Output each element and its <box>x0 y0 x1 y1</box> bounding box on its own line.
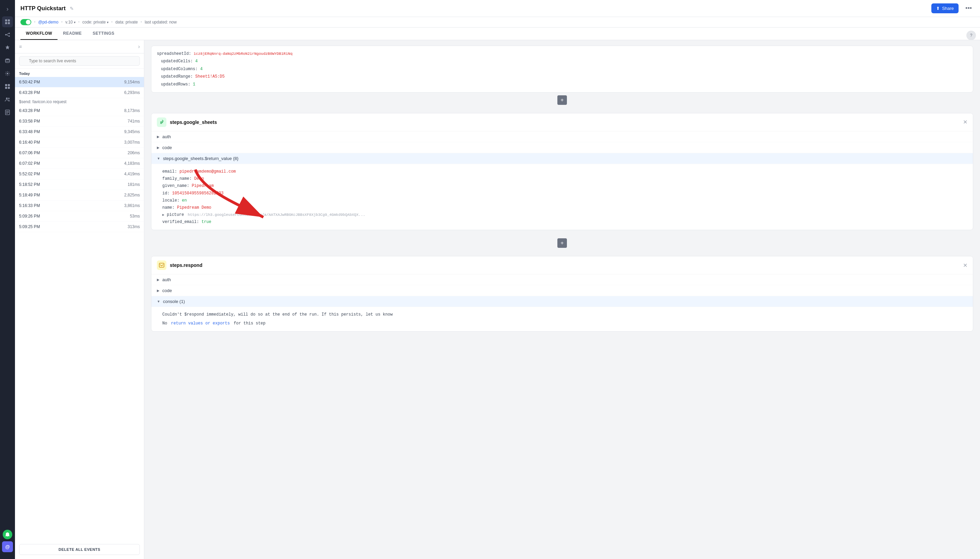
events-list: Today 6:50:42 PM 9,154ms 6:43:28 PM 6,29… <box>15 69 144 540</box>
sidebar-pin-icon[interactable] <box>2 42 13 53</box>
sidebar-settings-icon[interactable] <box>2 68 13 79</box>
close-respond-button[interactable]: ✕ <box>963 262 967 269</box>
page-title: HTTP Quickstart <box>20 5 66 12</box>
step-respond-card: steps.respond ✕ ▶ auth ▶ code ▼ console … <box>151 256 973 331</box>
tab-bar: WORKFLOW README SETTINGS <box>15 28 980 40</box>
picture-expand-icon: ▶ <box>157 213 164 217</box>
auth-row[interactable]: ▶ auth <box>152 131 973 142</box>
last-updated-label: last updated: now <box>145 20 177 25</box>
event-item[interactable]: 6:43:28 PM 6,293ms <box>15 88 144 98</box>
svg-rect-11 <box>5 84 7 86</box>
tab-workflow[interactable]: WORKFLOW <box>20 28 58 40</box>
event-item[interactable]: 6:07:02 PM 4,183ms <box>15 158 144 169</box>
respond-code-row[interactable]: ▶ code <box>152 285 973 296</box>
tab-readme[interactable]: README <box>58 28 87 40</box>
sidebar-expand-icon[interactable]: › <box>2 3 13 14</box>
notifications-icon[interactable] <box>3 530 12 539</box>
svg-rect-24 <box>160 123 162 124</box>
collapse-panel-button[interactable]: › <box>138 44 140 50</box>
sidebar-workflow-icon[interactable] <box>2 17 13 27</box>
event-item[interactable]: 6:33:58 PM 741ms <box>15 116 144 127</box>
svg-point-4 <box>5 34 7 35</box>
sidebar-database-icon[interactable] <box>2 55 13 66</box>
email-account-icon[interactable]: @ <box>2 541 13 552</box>
icon-sidebar: › <box>0 0 15 559</box>
workflow-toggle[interactable] <box>20 19 31 25</box>
add-step-connector-2: + <box>144 236 980 251</box>
step-respond-title: steps.respond <box>170 263 203 268</box>
svg-rect-2 <box>5 22 7 24</box>
top-bar: HTTP Quickstart ✎ ⬆ Share ••• <box>15 0 980 17</box>
return-values-link[interactable]: return values or exports <box>171 321 230 326</box>
delete-all-events-button[interactable]: DELETE ALL EVENTS <box>19 544 140 555</box>
status-bar: • @pd-demo • v.10 ▾ • code: private ▾ • … <box>15 17 980 28</box>
google-sheets-icon <box>157 117 167 127</box>
google-sheets-content: ▶ auth ▶ code ▼ steps.google_sheets.$ret… <box>152 131 973 230</box>
auth-chevron-icon: ▶ <box>157 135 160 139</box>
event-item[interactable]: 5:18:52 PM 181ms <box>15 179 144 190</box>
svg-rect-1 <box>8 20 10 22</box>
svg-line-8 <box>7 35 8 36</box>
tab-settings[interactable]: SETTINGS <box>87 28 120 40</box>
data-privacy-label: data: private <box>115 20 138 25</box>
respond-auth-chevron-icon: ▶ <box>157 278 160 281</box>
left-panel-header: ≡ › <box>15 40 144 53</box>
step-google-sheets-title: steps.google_sheets <box>170 119 217 125</box>
return-value-chevron-icon: ▼ <box>157 157 160 160</box>
event-item[interactable]: 5:09:26 PM 53ms <box>15 211 144 222</box>
svg-rect-12 <box>8 84 10 86</box>
add-step-button-1[interactable]: + <box>558 95 567 105</box>
search-input[interactable] <box>19 56 140 66</box>
more-options-button[interactable]: ••• <box>963 3 975 13</box>
svg-point-5 <box>8 33 10 34</box>
svg-rect-22 <box>160 122 163 122</box>
return-value-row[interactable]: ▼ steps.google_sheets.$return_value {8} <box>152 153 973 164</box>
share-button[interactable]: ⬆ Share <box>931 3 959 13</box>
event-item[interactable]: 6:43:28 PM 8,173ms <box>15 106 144 116</box>
event-item[interactable]: 6:16:40 PM 3,007ms <box>15 137 144 148</box>
add-step-button-2[interactable]: + <box>558 238 567 248</box>
event-item[interactable]: 6:50:42 PM 9,154ms <box>15 77 144 88</box>
respond-console-row[interactable]: ▼ console (1) <box>152 296 973 307</box>
event-item[interactable]: 5:09:25 PM 313ms <box>15 222 144 232</box>
event-item[interactable]: 5:18:49 PM 2,825ms <box>15 190 144 200</box>
edit-title-icon[interactable]: ✎ <box>70 6 74 11</box>
svg-line-7 <box>7 33 8 35</box>
respond-auth-row[interactable]: ▶ auth <box>152 275 973 285</box>
sidebar-apps-icon[interactable] <box>2 81 13 92</box>
respond-icon <box>157 260 167 270</box>
svg-rect-23 <box>160 122 163 123</box>
return-value-content: email: pipedreamdemo@gmail.com family_na… <box>152 164 973 230</box>
svg-rect-0 <box>5 20 7 22</box>
respond-code-chevron-icon: ▶ <box>157 289 160 293</box>
sidebar-docs-icon[interactable] <box>2 107 13 118</box>
svg-rect-13 <box>5 87 7 89</box>
respond-console-content: Couldn't $respond immediately, will do s… <box>152 307 973 331</box>
code-row[interactable]: ▶ code <box>152 142 973 153</box>
svg-point-10 <box>7 73 8 74</box>
top-code-block: spreadsheetId: 1cz8jERqNnrq-daNq2zMbRoN2… <box>151 46 973 93</box>
svg-rect-25 <box>159 263 164 267</box>
sidebar-routing-icon[interactable] <box>2 29 13 40</box>
event-item[interactable]: 6:33:48 PM 9,345ms <box>15 127 144 137</box>
hamburger-icon: ≡ <box>19 44 22 50</box>
left-panel: ≡ › 🔍 Today 6:50:42 PM 9,154ms 6: <box>15 40 144 559</box>
code-chevron-icon: ▶ <box>157 146 160 149</box>
share-icon: ⬆ <box>936 6 940 11</box>
step-google-sheets-card: steps.google_sheets ✕ ▶ auth ▶ code <box>151 113 973 230</box>
svg-point-6 <box>8 35 10 37</box>
close-google-sheets-button[interactable]: ✕ <box>963 119 967 125</box>
code-privacy-dropdown[interactable]: code: private ▾ <box>82 20 109 25</box>
right-panel: ? spreadsheetId: 1cz8jERqNnrq-daNq2zMbRo… <box>144 40 980 559</box>
event-item[interactable]: 5:52:02 PM 4,419ms <box>15 169 144 179</box>
svg-rect-3 <box>8 22 10 24</box>
event-item[interactable]: 5:16:33 PM 3,861ms <box>15 200 144 211</box>
sidebar-users-icon[interactable] <box>2 94 13 105</box>
section-today-label: Today <box>15 69 144 77</box>
svg-point-16 <box>8 98 10 99</box>
svg-point-15 <box>6 98 8 99</box>
event-item[interactable]: 6:07:06 PM 206ms <box>15 148 144 158</box>
event-send-label: $send: favicon.ico request <box>15 98 144 106</box>
version-dropdown[interactable]: v.10 ▾ <box>65 20 76 25</box>
svg-point-9 <box>5 59 10 60</box>
